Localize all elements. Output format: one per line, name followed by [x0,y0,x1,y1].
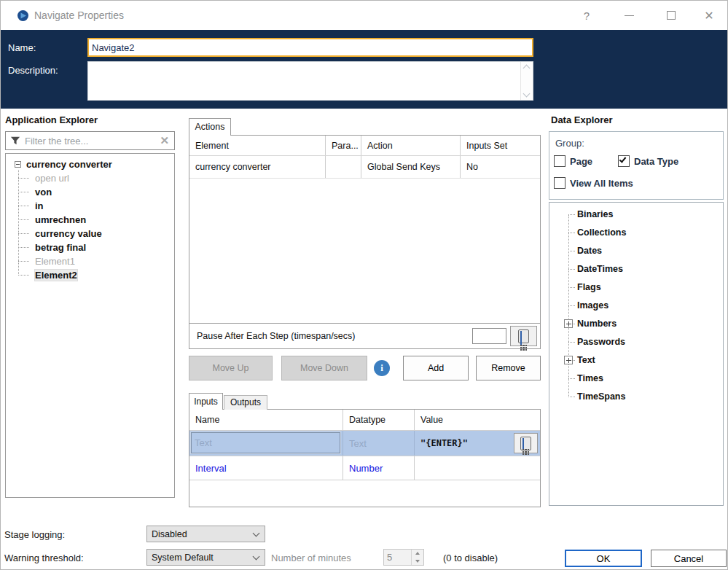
checkmark-icon [619,155,627,163]
minimize-icon[interactable] [614,1,643,30]
data-tree-node[interactable]: Images [549,297,723,315]
input-value-cell[interactable] [415,456,540,480]
column-header-action[interactable]: Action [361,136,461,155]
calculator-icon [518,329,529,343]
move-down-button[interactable]: Move Down [281,356,367,380]
actions-table[interactable]: Element Para... Action Inputs Set curren… [189,135,541,324]
minutes-value: 5 [387,552,392,563]
tree-node[interactable]: in [6,199,174,213]
page-checkbox[interactable] [554,155,565,167]
stage-logging-label: Stage logging: [4,529,65,540]
calculator-icon [520,437,531,450]
stage-logging-dropdown[interactable]: Disabled [146,526,265,542]
inputs-row-selected[interactable]: Text Text "{ENTER}" [189,431,540,456]
spinner-up-icon[interactable] [412,550,423,558]
column-header-name[interactable]: Name [189,410,343,430]
tab-outputs[interactable]: Outputs [224,395,267,410]
data-explorer-tree[interactable]: Binaries Collections Dates DateTimes Fla… [549,202,724,506]
actions-table-header[interactable]: Element Para... Action Inputs Set [189,136,540,156]
filter-tree-input[interactable]: Filter the tree... ✕ [5,131,175,150]
pause-expression-button[interactable] [510,326,537,346]
collapse-icon[interactable] [15,161,21,168]
ok-button[interactable]: OK [565,550,642,567]
filter-funnel-icon [10,136,20,146]
input-value-cell[interactable]: "{ENTER}" [415,431,540,456]
data-tree-node[interactable]: Binaries [549,206,723,224]
number-of-minutes-label: Number of minutes [271,553,351,563]
tree-node[interactable]: open url [6,171,174,185]
pause-after-step-input[interactable] [472,328,506,344]
actions-table-row[interactable]: currency converter Global Send Keys No [189,156,540,179]
input-datatype-cell[interactable]: Text [343,431,415,456]
inputs-row[interactable]: Interval Number [189,456,540,480]
data-type-checkbox-label[interactable]: Data Type [634,156,678,167]
window-title: Navigate Properties [34,9,124,21]
tree-node[interactable]: von [6,185,174,199]
inputs-table[interactable]: Name Datatype Value Text Text "{ENTER}" … [189,409,541,507]
data-tree-node[interactable]: DateTimes [549,260,723,278]
column-header-element[interactable]: Element [189,136,326,155]
warning-threshold-label: Warning threshold: [4,553,84,563]
group-label: Group: [555,138,584,149]
spinner-down-icon[interactable] [412,558,423,566]
maximize-icon[interactable] [657,1,686,30]
input-datatype-cell[interactable]: Number [343,456,415,480]
warning-threshold-dropdown[interactable]: System Default [146,549,265,566]
tree-node-selected[interactable]: Element2 [6,268,174,282]
tree-node[interactable]: betrag final [6,241,174,254]
title-bar: Navigate Properties ? ✕ [1,1,728,30]
remove-button[interactable]: Remove [476,356,541,380]
tree-node[interactable]: currency value [6,227,174,241]
description-textarea[interactable] [87,61,533,101]
chevron-down-icon [253,553,260,561]
view-all-items-checkbox[interactable] [554,177,565,189]
page-checkbox-label[interactable]: Page [570,156,592,167]
data-tree-node[interactable]: Times [549,370,723,388]
pause-after-step-panel: Pause After Each Step (timespan/secs) [189,323,541,349]
add-button[interactable]: Add [403,356,469,380]
column-header-datatype[interactable]: Datatype [343,410,415,430]
data-explorer-heading: Data Explorer [551,114,613,125]
cancel-button[interactable]: Cancel [651,550,727,567]
expand-icon[interactable] [564,319,573,328]
minutes-spinner[interactable]: 5 [383,549,424,566]
column-header-params[interactable]: Para... [326,136,361,155]
expand-icon[interactable] [564,356,573,364]
tree-node[interactable]: Element1 [6,254,174,268]
tab-actions[interactable]: Actions [189,118,231,136]
data-type-checkbox[interactable] [618,155,630,167]
close-icon[interactable]: ✕ [694,1,724,30]
inputs-table-header[interactable]: Name Datatype Value [189,410,540,431]
tab-inputs[interactable]: Inputs [189,393,223,410]
dialog-header: Name: Description: [1,30,728,109]
description-scrollbar[interactable] [520,62,533,100]
zero-to-disable-hint: (0 to disable) [443,553,498,563]
column-header-inputs-set[interactable]: Inputs Set [461,136,540,155]
filter-placeholder: Filter the tree... [25,136,160,147]
input-name-cell[interactable]: Interval [189,456,343,480]
tree-node-root[interactable]: currency converter [6,157,174,171]
view-all-items-checkbox-label[interactable]: View All Items [570,178,633,189]
move-up-button[interactable]: Move Up [189,356,273,380]
data-tree-node[interactable]: Text [549,351,723,370]
application-explorer-heading: Application Explorer [5,114,98,125]
scroll-up-icon[interactable] [523,65,531,72]
data-tree-node[interactable]: Numbers [549,315,723,333]
info-icon[interactable]: i [374,360,390,376]
data-tree-node[interactable]: Collections [549,224,723,242]
tree-node[interactable]: umrechnen [6,213,174,227]
data-tree-node[interactable]: Passwords [549,333,723,351]
data-tree-node[interactable]: Dates [549,242,723,260]
group-panel: Group: Page Data Type View All Items [549,131,724,200]
name-input[interactable] [87,38,533,57]
input-name-cell[interactable]: Text [191,432,340,453]
data-tree-node[interactable]: TimeSpans [549,388,723,406]
data-tree-node[interactable]: Flags [549,278,723,297]
filter-clear-icon[interactable]: ✕ [160,134,169,147]
column-header-value[interactable]: Value [415,410,540,430]
help-icon[interactable]: ? [572,1,601,30]
scroll-down-icon[interactable] [523,90,531,98]
value-expression-button[interactable] [514,433,538,453]
name-label: Name: [8,42,36,53]
application-explorer-tree[interactable]: currency converter open url von in umrec… [5,153,175,498]
